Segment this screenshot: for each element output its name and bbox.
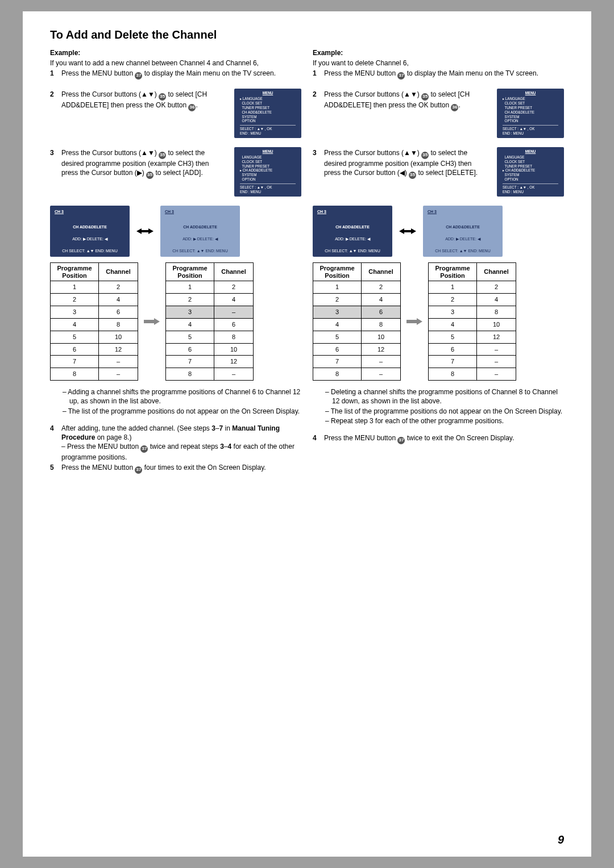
double-arrow-icon <box>136 227 154 235</box>
double-arrow-icon <box>399 227 416 235</box>
right-tables: Programme PositionChannel122436485106127… <box>313 262 564 381</box>
right-ch-boxes: CH 3 CH ADD&DELETE ADD: ▶ DELETE: ◀ CH S… <box>313 206 564 257</box>
left-ch-boxes: CH 3 CH ADD&DELETE ADD: ▶ DELETE: ◀ CH S… <box>50 206 301 257</box>
right-step-4: 4 Press the MENU button 37 twice to exit… <box>313 433 564 444</box>
menu-items: LANGUAGE CLOCK SET TUNER PRESET▸ CH ADD&… <box>240 155 296 182</box>
left-step-2-row: 2 Press the Cursor buttons (▲▼) 35 to se… <box>50 89 301 138</box>
right-arrow-icon <box>406 318 422 326</box>
right-step-3-row: 3 Press the Cursor buttons (▲▼) 35 to se… <box>313 147 564 197</box>
page-title: To Add and Delete the Channel <box>50 28 564 41</box>
example-label: Example: <box>50 48 301 57</box>
right-step-1: 1 Press the MENU button 37 to display th… <box>313 69 564 80</box>
right-column: Example: If you want to delete Channel 6… <box>313 48 564 475</box>
osd-menu-box-4: MENU LANGUAGE CLOCK SET TUNER PRESET▸ CH… <box>497 147 564 197</box>
left-step-2: 2 Press the Cursor buttons (▲▼) 35 to se… <box>50 90 227 111</box>
left-tables: Programme PositionChannel122436485106127… <box>50 262 301 381</box>
right-notes: – Deleting a channel shifts the programm… <box>313 387 564 425</box>
right-step-2: 2 Press the Cursor buttons (▲▼) 35 to se… <box>313 90 490 111</box>
osd-menu-box-1: MENU ▸ LANGUAGE CLOCK SET TUNER PRESET C… <box>234 89 301 138</box>
left-step-4: 4 After adding, tune the added channel. … <box>50 424 301 462</box>
left-notes: – Adding a channel shifts the programme … <box>50 387 301 416</box>
right-intro: If you want to delete Channel 6, <box>313 59 564 68</box>
right-step-3: 3 Press the Cursor buttons (▲▼) 35 to se… <box>313 148 490 179</box>
page-number: 9 <box>558 833 564 846</box>
osd-menu-box-3: MENU ▸ LANGUAGE CLOCK SET TUNER PRESET C… <box>497 89 564 138</box>
ch-del-box-dark: CH 3 CH ADD&DELETE ADD: ▶ DELETE: ◀ CH S… <box>313 206 392 257</box>
example-label: Example: <box>313 48 564 57</box>
ch-add-box-dark: CH 3 CH ADD&DELETE ADD: ▶ DELETE: ◀ CH S… <box>50 206 130 257</box>
right-arrow-icon <box>144 318 160 326</box>
manual-page: To Add and Delete the Channel Example: I… <box>23 11 591 857</box>
left-step-3-row: 3 Press the Cursor buttons (▲▼) 35 to se… <box>50 147 301 197</box>
left-step-3: 3 Press the Cursor buttons (▲▼) 35 to se… <box>50 148 227 179</box>
left-column: Example: If you want to add a new channe… <box>50 48 301 475</box>
button-ref-35: 35 <box>159 93 166 101</box>
ch-del-box-light: CH 3 CH ADD&DELETE ADD: ▶ DELETE: ◀ CH S… <box>423 206 503 257</box>
left-intro: If you want to add a new channel between… <box>50 59 301 68</box>
two-column-layout: Example: If you want to add a new channe… <box>50 48 564 475</box>
button-ref-36: 36 <box>188 104 196 111</box>
table-right-before: Programme PositionChannel122436485106127… <box>313 262 401 381</box>
osd-menu-box-2: MENU LANGUAGE CLOCK SET TUNER PRESET▸ CH… <box>234 147 301 197</box>
table-right-after: Programme PositionChannel1224384105126–7… <box>428 262 516 381</box>
button-ref-37: 37 <box>135 72 142 80</box>
left-step-5: 5 Press the MENU button 37 four times to… <box>50 463 301 474</box>
ch-add-box-light: CH 3 CH ADD&DELETE ADD: ▶ DELETE: ◀ CH S… <box>160 206 240 257</box>
left-step-1: 1 Press the MENU button 37 to display th… <box>50 69 301 80</box>
table-left-before: Programme PositionChannel122436485106127… <box>50 262 138 381</box>
right-step-2-row: 2 Press the Cursor buttons (▲▼) 35 to se… <box>313 89 564 138</box>
table-left-after: Programme PositionChannel12243–465861071… <box>165 262 254 381</box>
menu-items: ▸ LANGUAGE CLOCK SET TUNER PRESET CH ADD… <box>240 97 296 123</box>
